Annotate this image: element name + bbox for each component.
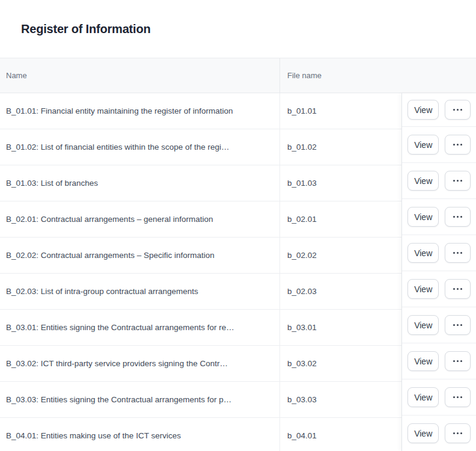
row-name-cell: B_03.03: Entities signing the Contractua… [0,382,280,417]
more-options-button[interactable] [445,243,471,263]
more-options-button[interactable] [445,100,471,120]
row-actions-cell: View [402,307,476,343]
row-actions-cell: View [402,127,476,163]
view-button[interactable]: View [407,387,439,407]
row-name-cell: B_01.01: Financial entity maintaining th… [0,93,280,129]
view-button[interactable]: View [407,207,439,227]
row-name-cell: B_02.03: List of intra-group contractual… [0,274,280,309]
more-options-button[interactable] [445,351,471,371]
row-actions-cell: View [402,235,476,271]
ellipsis-icon [453,396,463,399]
more-options-button[interactable] [445,135,471,155]
view-button[interactable]: View [407,171,439,191]
ellipsis-icon [453,109,463,111]
more-options-button[interactable] [445,423,471,443]
row-actions-cell: View [402,343,476,379]
view-button[interactable]: View [407,100,439,120]
row-actions-cell: View [402,199,476,235]
row-name-cell: B_03.02: ICT third-party service provide… [0,346,280,381]
row-actions-cell: View [402,416,476,451]
ellipsis-icon [453,324,463,327]
row-name-cell: B_02.02: Contractual arrangements – Spec… [0,238,280,273]
more-options-button[interactable] [445,171,471,191]
ellipsis-icon [453,432,463,435]
more-options-button[interactable] [445,279,471,299]
row-actions-panel: View View View View View View Vi [401,93,476,451]
table-header-row: Name File name [0,58,476,93]
column-header-file-name: File name [280,58,476,93]
ellipsis-icon [453,252,463,254]
row-actions-cell: View [402,163,476,199]
more-options-button[interactable] [445,207,471,227]
more-options-button[interactable] [445,315,471,335]
row-name-cell: B_02.01: Contractual arrangements – gene… [0,201,280,237]
ellipsis-icon [453,144,463,146]
column-header-name: Name [0,58,280,93]
ellipsis-icon [453,288,463,290]
row-actions-cell: View [402,93,476,127]
row-name-cell: B_01.02: List of financial entities with… [0,129,280,165]
row-actions-cell: View [402,379,476,416]
more-options-button[interactable] [445,387,471,407]
row-name-cell: B_03.01: Entities signing the Contractua… [0,310,280,345]
view-button[interactable]: View [407,243,439,263]
view-button[interactable]: View [407,315,439,335]
row-name-cell: B_01.03: List of branches [0,165,280,201]
view-button[interactable]: View [407,351,439,371]
ellipsis-icon [453,180,463,182]
view-button[interactable]: View [407,423,439,443]
view-button[interactable]: View [407,135,439,155]
row-name-cell: B_04.01: Entities making use of the ICT … [0,418,280,451]
ellipsis-icon [453,360,463,363]
ellipsis-icon [453,216,463,218]
view-button[interactable]: View [407,279,439,299]
row-actions-cell: View [402,271,476,307]
page-title: Register of Information [21,22,150,36]
